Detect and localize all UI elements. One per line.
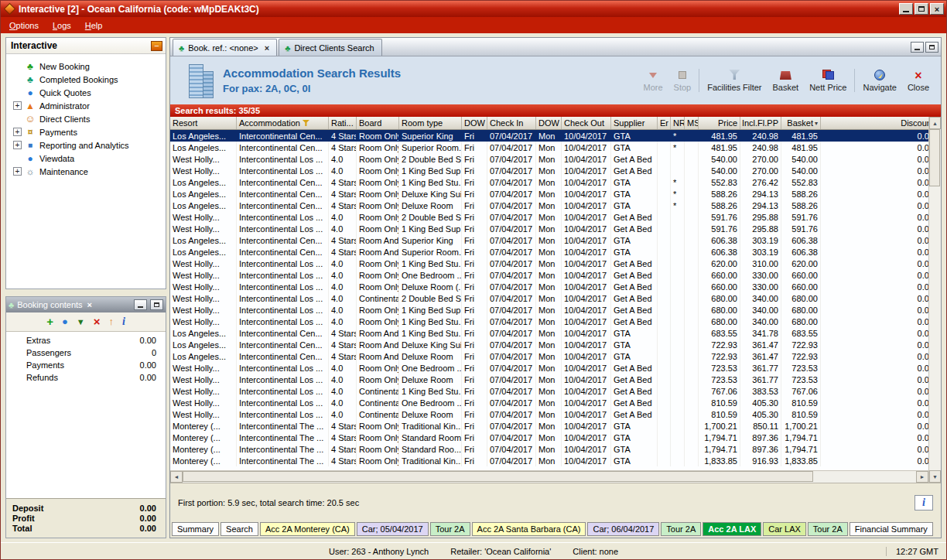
up-arrow-icon[interactable]: ↑ (108, 316, 114, 327)
column-header-dow[interactable]: DOW (536, 117, 562, 129)
mdi-restore-button[interactable] (925, 42, 938, 53)
tab-close-icon[interactable]: × (265, 43, 269, 53)
close-button[interactable]: ×Close (902, 65, 935, 96)
table-row[interactable]: West Holly...Intercontinental Los ...4.0… (170, 408, 928, 420)
table-row[interactable]: Los Angeles...Intercontinental Cen...4 S… (170, 188, 928, 200)
sidebar-item-reporting-and-analytics[interactable]: +■Reporting and Analytics (6, 138, 166, 152)
expand-plus-icon[interactable]: + (13, 128, 22, 136)
column-header-dow[interactable]: DOW (462, 117, 487, 129)
title-bar[interactable]: Interactive [2] - Ocean California (code… (1, 1, 946, 17)
table-row[interactable]: Los Angeles...Intercontinental Cen...4 S… (170, 350, 928, 362)
booking-panel-close-icon[interactable]: × (87, 300, 92, 309)
column-header-discount[interactable]: Discount (821, 117, 928, 129)
column-header-nr[interactable]: NR (671, 117, 685, 129)
expand-plus-icon[interactable]: + (13, 141, 22, 149)
bottom-tab-car-06-04-2017[interactable]: Car; 06/04/2017 (587, 522, 659, 536)
column-header-price[interactable]: Price (699, 117, 740, 129)
window-minimize-button[interactable] (899, 3, 913, 15)
bottom-tab-car-lax[interactable]: Car LAX (763, 522, 806, 536)
basket-icon[interactable]: ▼ (77, 316, 85, 327)
sidebar-item-direct-clients[interactable]: ☺Direct Clients (6, 112, 166, 125)
menu-item-help[interactable]: Help (78, 19, 110, 32)
table-row[interactable]: Monterey (...Intercontinental The ...4 S… (170, 443, 928, 455)
bottom-tab-tour-2a[interactable]: Tour 2A (661, 522, 701, 536)
delete-icon[interactable]: × (94, 316, 101, 327)
column-header-resort[interactable]: Resort (170, 117, 237, 129)
table-row[interactable]: West Holly...Intercontinental Los ...4.0… (170, 397, 928, 408)
info-button[interactable]: i (915, 495, 933, 510)
column-header-rati[interactable]: Rati... (329, 117, 357, 129)
column-header-ms[interactable]: MS (685, 117, 699, 129)
window-maximize-button[interactable] (915, 3, 928, 15)
scrollbar-thumb[interactable] (183, 471, 813, 482)
scroll-down-button[interactable]: ▼ (929, 470, 941, 483)
booking-panel-header[interactable]: ♣ Booking contents × (6, 297, 166, 312)
table-row[interactable]: West Holly...Intercontinental Los ...4.0… (170, 304, 928, 316)
column-header-accommodation[interactable]: Accommodation (237, 117, 329, 129)
navigate-button[interactable]: Navigate (857, 65, 901, 96)
table-row[interactable]: West Holly...Intercontinental Los ...4.0… (170, 153, 928, 165)
table-row[interactable]: Los Angeles...Intercontinental Cen...4 S… (170, 142, 928, 153)
table-row[interactable]: Monterey (...Intercontinental The ...4 S… (170, 432, 928, 443)
bottom-tab-acc-2a-monterey-ca[interactable]: Acc 2A Monterey (CA) (260, 522, 355, 536)
table-row[interactable]: Los Angeles...Intercontinental Cen...4 S… (170, 200, 928, 211)
table-row[interactable]: West Holly...Intercontinental Los ...4.0… (170, 258, 928, 269)
nett-price-button[interactable]: Nett Price (804, 65, 852, 96)
bottom-tab-financial-summary[interactable]: Financial Summary (850, 522, 933, 536)
scrollbar-thumb[interactable] (929, 129, 940, 186)
column-header-basket[interactable]: Basket▾ (781, 117, 821, 129)
table-row[interactable]: Monterey (...Intercontinental The ...4 S… (170, 455, 928, 466)
table-row[interactable]: West Holly...Intercontinental Los ...4.0… (170, 316, 928, 327)
booking-panel-minimize-button[interactable] (134, 299, 147, 310)
vertical-scrollbar[interactable]: ▲ ▼ (928, 117, 941, 483)
table-row[interactable]: Los Angeles...Intercontinental Cen...4 S… (170, 176, 928, 188)
table-row[interactable]: Monterey (...Intercontinental The ...4 S… (170, 420, 928, 432)
table-row[interactable]: Los Angeles...Intercontinental Cen...4 S… (170, 234, 928, 246)
add-icon[interactable]: + (46, 316, 53, 327)
sidebar-item-quick-quotes[interactable]: ●Quick Quotes (6, 86, 166, 99)
sidebar-item-maintenance[interactable]: +☼Maintenance (6, 165, 166, 178)
table-row[interactable]: West Holly...Intercontinental Los ...4.0… (170, 374, 928, 385)
expand-plus-icon[interactable]: + (13, 167, 22, 176)
sidebar-item-new-booking[interactable]: ♣New Booking (6, 60, 166, 73)
menu-item-options[interactable]: Options (2, 19, 46, 32)
column-header-supplier[interactable]: Supplier (611, 117, 658, 129)
table-row[interactable]: Los Angeles...Intercontinental Cen...4 S… (170, 339, 928, 350)
bottom-tab-search[interactable]: Search (221, 522, 258, 536)
bottom-tab-acc-2a-santa-barbara-ca[interactable]: Acc 2A Santa Barbara (CA) (472, 522, 586, 536)
info-icon[interactable]: i (122, 316, 125, 327)
window-close-button[interactable]: × (930, 3, 944, 15)
facilities-filter-button[interactable]: Facilities Filter (702, 65, 767, 96)
scroll-up-button[interactable]: ▲ (929, 117, 941, 129)
table-row[interactable]: West Holly...Intercontinental Los ...4.0… (170, 281, 928, 292)
menu-item-logs[interactable]: Logs (46, 19, 78, 32)
column-header-check-out[interactable]: Check Out (562, 117, 611, 129)
table-row[interactable]: Los Angeles...Intercontinental Cen...4 S… (170, 327, 928, 339)
expand-plus-icon[interactable]: + (13, 101, 22, 110)
horizontal-scrollbar[interactable]: ◄ ► (170, 470, 928, 483)
table-row[interactable]: Los Angeles...Intercontinental Cen...4 S… (170, 130, 928, 142)
tab-book-ref-none[interactable]: ♣Book. ref.: <none>× (173, 39, 277, 56)
table-row[interactable]: West Holly...Intercontinental Los ...4.0… (170, 223, 928, 234)
scrollbar-track[interactable] (929, 129, 941, 470)
sidebar-item-viewdata[interactable]: ●Viewdata (6, 152, 166, 165)
sidebar-item-payments[interactable]: +¤Payments (6, 125, 166, 138)
column-header-check-in[interactable]: Check In (487, 117, 536, 129)
scrollbar-track[interactable] (183, 471, 916, 483)
column-header-er[interactable]: Er (658, 117, 671, 129)
table-row[interactable]: Los Angeles...Intercontinental Cen...4 S… (170, 246, 928, 258)
basket-button[interactable]: Basket (768, 65, 805, 96)
column-header-incl-fl-pp[interactable]: Incl.Fl.PP (740, 117, 781, 129)
table-row[interactable]: West Holly...Intercontinental Los ...4.0… (170, 385, 928, 397)
bottom-tab-acc-2a-lax[interactable]: Acc 2A LAX (703, 522, 761, 536)
bottom-tab-car-05-04-2017[interactable]: Car; 05/04/2017 (357, 522, 429, 536)
panel-collapse-button[interactable]: − (151, 41, 162, 51)
table-row[interactable]: West Holly...Intercontinental Los ...4.0… (170, 292, 928, 304)
sidebar-item-completed-bookings[interactable]: ♣Completed Bookings (6, 73, 166, 86)
bottom-tab-summary[interactable]: Summary (172, 522, 219, 536)
sidebar-item-administrator[interactable]: +▲Administrator (6, 99, 166, 112)
scroll-left-button[interactable]: ◄ (170, 471, 183, 483)
table-row[interactable]: West Holly...Intercontinental Los ...4.0… (170, 211, 928, 223)
bottom-tab-tour-2a[interactable]: Tour 2A (808, 522, 848, 536)
column-header-board[interactable]: Board (357, 117, 399, 129)
